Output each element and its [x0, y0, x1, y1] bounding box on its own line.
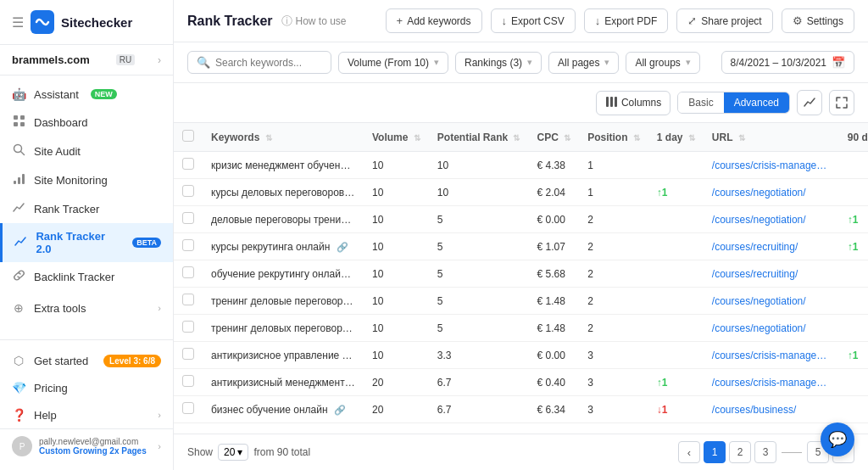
add-keywords-button[interactable]: + Add keywords	[386, 8, 482, 33]
svg-rect-12	[615, 97, 617, 107]
row-checkbox[interactable]	[182, 266, 194, 278]
date-range-picker[interactable]: 8/4/2021 – 10/3/2021 📅	[721, 51, 854, 74]
user-plan: Custom Growing 2x Pages	[39, 446, 151, 456]
basic-tab[interactable]: Basic	[678, 92, 723, 113]
potential-rank-cell: 6.7	[429, 396, 529, 423]
groups-filter[interactable]: All groups ▾	[626, 52, 699, 74]
row-checkbox[interactable]	[182, 348, 194, 360]
howto-label: How to use	[296, 15, 347, 27]
sidebar-item-assistant[interactable]: 🤖 Assistant NEW	[0, 81, 173, 108]
rankings-filter-label: Rankings (3)	[465, 57, 522, 69]
advanced-tab[interactable]: Advanced	[724, 92, 789, 113]
page-1-button[interactable]: 1	[704, 441, 726, 463]
select-all-checkbox[interactable]	[182, 130, 194, 142]
cpc-header: CPC ⇅	[528, 123, 579, 152]
url-cell[interactable]: /courses/crisis-manageme...	[704, 152, 839, 179]
url-cell[interactable]: /courses/recruiting/	[704, 233, 839, 260]
url-cell[interactable]: /courses/negotiation/	[704, 179, 839, 206]
settings-button[interactable]: ⚙ Settings	[782, 8, 854, 33]
export-csv-button[interactable]: ↓ Export CSV	[491, 8, 576, 33]
90days-cell: ↑1	[839, 233, 868, 260]
row-checkbox[interactable]	[182, 185, 194, 197]
row-checkbox[interactable]	[182, 212, 194, 224]
workspace-name: brammels.com	[12, 53, 90, 66]
row-checkbox[interactable]	[182, 158, 194, 170]
trend-icon-button[interactable]	[797, 90, 822, 115]
volume-filter[interactable]: Volume (From 10) ▾	[338, 52, 448, 74]
row-checkbox-cell	[174, 233, 203, 260]
search-box[interactable]: 🔍	[187, 51, 331, 74]
howto-button[interactable]: ⓘ How to use	[281, 14, 347, 29]
link-icon[interactable]: 🔗	[358, 160, 364, 171]
url-cell[interactable]: /courses/negotiation/	[704, 206, 839, 233]
keyword-cell: курсы деловых переговоров 🔗	[203, 179, 364, 206]
sidebar-item-dashboard[interactable]: Dashboard	[0, 108, 173, 137]
link-icon[interactable]: 🔗	[353, 269, 364, 279]
sidebar-item-get-started[interactable]: ⬡ Get started Level 3: 6/8	[0, 347, 173, 374]
url-cell[interactable]: /courses/negotiation/	[704, 288, 839, 315]
export-pdf-button[interactable]: ↓ Export PDF	[584, 8, 669, 33]
row-checkbox[interactable]	[182, 375, 194, 387]
expand-icon-button[interactable]	[829, 90, 854, 115]
sidebar-item-label: Get started	[34, 355, 88, 367]
1day-cell	[648, 288, 704, 315]
user-info: pally.newlevel@gmail.com Custom Growing …	[39, 437, 151, 456]
sidebar-item-rank-tracker-20[interactable]: Rank Tracker 2.0 BETA	[0, 223, 173, 262]
url-cell[interactable]: /courses/business/	[704, 396, 839, 423]
link-icon[interactable]: 🔗	[359, 323, 364, 333]
position-cell: 2	[579, 288, 648, 315]
sidebar-item-pricing[interactable]: 💎 Pricing	[0, 374, 173, 401]
pricing-icon: 💎	[12, 381, 25, 394]
page-2-button[interactable]: 2	[729, 441, 751, 463]
sidebar-header: ☰ Sitechecker	[0, 0, 173, 45]
row-checkbox[interactable]	[182, 239, 194, 251]
row-checkbox[interactable]	[182, 294, 194, 305]
url-cell[interactable]: /courses/crisis-manageme...	[704, 342, 839, 369]
chat-bubble[interactable]: 💬	[821, 422, 854, 456]
sidebar-item-label: Backlink Tracker	[34, 271, 114, 283]
90days-cell	[839, 288, 868, 315]
keyword-text: бизнес обучение онлайн	[211, 404, 328, 416]
sidebar-item-site-monitoring[interactable]: Site Monitoring	[0, 165, 173, 194]
link-icon[interactable]: 🔗	[334, 405, 346, 415]
user-row[interactable]: P pally.newlevel@gmail.com Custom Growin…	[0, 428, 173, 463]
per-page-select[interactable]: 20 ▾	[218, 444, 248, 461]
row-checkbox[interactable]	[182, 402, 194, 414]
prev-page-button[interactable]: ‹	[678, 441, 700, 463]
sidebar-item-rank-tracker[interactable]: Rank Tracker	[0, 194, 173, 223]
table-row: антикризисный менеджмент обучение 🔗 20 6…	[174, 369, 868, 396]
url-cell[interactable]: /courses/crisis-manageme...	[704, 369, 839, 396]
sidebar-item-label: Site Audit	[34, 145, 81, 158]
link-icon[interactable]: 🔗	[356, 296, 364, 306]
keyword-text: курсы рекрутинга онлайн	[211, 241, 330, 253]
volume-cell: 20	[364, 369, 429, 396]
pages-filter[interactable]: All pages ▾	[548, 52, 619, 74]
page-3-button[interactable]: 3	[754, 441, 776, 463]
view-tabs: Basic Advanced	[677, 92, 790, 114]
sidebar-item-help[interactable]: ❓ Help ›	[0, 401, 173, 428]
link-icon[interactable]: 🔗	[337, 242, 348, 252]
share-project-button[interactable]: ⤢ Share project	[676, 8, 772, 33]
url-cell[interactable]: /courses/negotiation/	[704, 315, 839, 342]
hamburger-icon[interactable]: ☰	[12, 14, 24, 31]
url-cell[interactable]: /courses/recruiting/	[704, 260, 839, 288]
position-cell: 1	[579, 179, 648, 206]
svg-rect-2	[20, 115, 25, 120]
total-label: from 90 total	[253, 446, 310, 458]
volume-cell: 10	[364, 152, 429, 179]
link-icon[interactable]: 🔗	[356, 215, 364, 225]
columns-button[interactable]: Columns	[596, 91, 670, 115]
site-monitoring-icon	[12, 172, 25, 187]
search-input[interactable]	[215, 57, 317, 69]
position-sort-icon: ⇅	[633, 133, 640, 143]
sidebar-item-backlink-tracker[interactable]: Backlink Tracker	[0, 262, 173, 291]
sidebar-item-site-audit[interactable]: Site Audit	[0, 137, 173, 165]
keyword-cell: антикризисный менеджмент обучение 🔗	[203, 369, 364, 396]
sidebar-item-extra-tools[interactable]: ⊕ Extra tools ›	[0, 294, 173, 322]
potential-rank-cell: 5	[429, 260, 529, 288]
svg-rect-1	[14, 115, 18, 120]
workspace-selector[interactable]: brammels.com RU ›	[0, 45, 173, 76]
rankings-filter[interactable]: Rankings (3) ▾	[455, 52, 542, 74]
potential-rank-cell: 5	[429, 206, 529, 233]
row-checkbox[interactable]	[182, 321, 194, 333]
